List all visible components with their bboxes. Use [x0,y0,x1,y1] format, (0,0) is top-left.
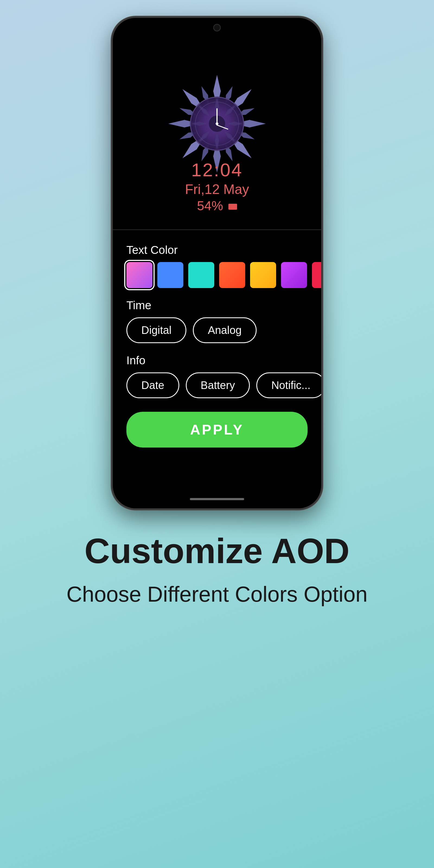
phone-wrapper: 12:04 Fri,12 May 54% Text Color [111,16,323,510]
digital-button[interactable]: Digital [126,317,186,343]
time-display: 12:04 Fri,12 May 54% [113,159,321,213]
power-button [322,191,323,240]
color-swatches [126,262,308,288]
clock-area: 12:04 Fri,12 May 54% [113,18,321,229]
apply-button[interactable]: APPLY [126,412,308,447]
color-swatch-red[interactable] [312,262,321,288]
color-swatch-yellow[interactable] [250,262,276,288]
sub-title: Choose Different Colors Option [66,581,368,607]
color-swatch-orange[interactable] [219,262,245,288]
settings-panel: Text Color Time [113,230,321,508]
text-color-section: Text Color [126,244,308,288]
color-swatch-purple[interactable] [281,262,307,288]
info-label: Info [126,354,308,367]
phone-frame: 12:04 Fri,12 May 54% Text Color [111,16,323,510]
volume-button [322,148,323,181]
main-title: Customize AOD [66,532,368,570]
color-swatch-blue[interactable] [157,262,183,288]
svg-point-30 [216,122,218,125]
battery-button[interactable]: Battery [186,372,250,398]
color-swatch-cyan[interactable] [188,262,214,288]
battery-icon [228,204,237,210]
analog-button[interactable]: Analog [193,317,257,343]
battery-display: 54% [113,198,321,213]
time-section: Time Digital Analog [126,299,308,343]
date-button[interactable]: Date [126,372,179,398]
home-indicator [190,498,244,500]
clock-date: Fri,12 May [113,182,321,197]
color-swatch-gradient[interactable] [126,262,152,288]
info-button-row: Date Battery Notific... [126,372,308,398]
text-color-label: Text Color [126,244,308,257]
info-section: Info Date Battery Notific... [126,354,308,398]
clock-time: 12:04 [113,159,321,180]
camera-notch [213,24,221,31]
phone-screen: 12:04 Fri,12 May 54% Text Color [113,18,321,508]
notification-button[interactable]: Notific... [256,372,321,398]
bottom-text-section: Customize AOD Choose Different Colors Op… [34,532,400,607]
time-button-row: Digital Analog [126,317,308,343]
time-label: Time [126,299,308,312]
